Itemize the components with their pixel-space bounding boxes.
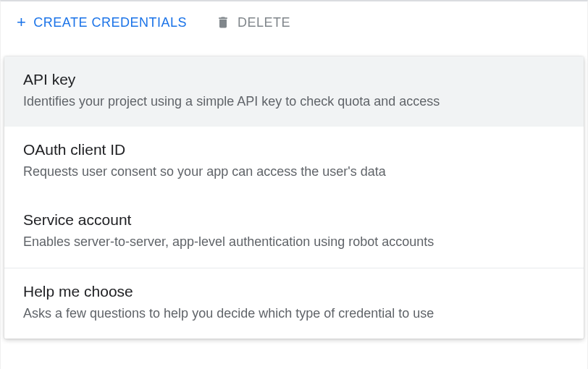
dropdown-item-description: Asks a few questions to help you decide … bbox=[23, 305, 565, 323]
trash-icon bbox=[216, 14, 230, 30]
dropdown-item-api-key[interactable]: API key Identifies your project using a … bbox=[4, 56, 584, 127]
dropdown-item-title: OAuth client ID bbox=[23, 141, 565, 158]
dropdown-item-title: Help me choose bbox=[23, 283, 565, 300]
dropdown-item-description: Requests user consent so your app can ac… bbox=[23, 163, 565, 181]
create-credentials-button[interactable]: + CREATE CREDENTIALS bbox=[17, 14, 187, 30]
create-credentials-dropdown: API key Identifies your project using a … bbox=[4, 56, 584, 339]
dropdown-item-title: API key bbox=[23, 71, 565, 88]
dropdown-item-oauth-client-id[interactable]: OAuth client ID Requests user consent so… bbox=[4, 127, 584, 197]
dropdown-item-description: Enables server-to-server, app-level auth… bbox=[23, 233, 565, 251]
dropdown-item-service-account[interactable]: Service account Enables server-to-server… bbox=[4, 197, 584, 267]
dropdown-item-title: Service account bbox=[23, 211, 565, 229]
create-credentials-label: CREATE CREDENTIALS bbox=[33, 15, 187, 30]
toolbar: + CREATE CREDENTIALS DELETE bbox=[1, 1, 587, 43]
dropdown-item-description: Identifies your project using a simple A… bbox=[23, 93, 565, 111]
delete-label: DELETE bbox=[238, 15, 290, 30]
dropdown-item-help-me-choose[interactable]: Help me choose Asks a few questions to h… bbox=[4, 268, 584, 339]
delete-button[interactable]: DELETE bbox=[216, 14, 290, 30]
plus-icon: + bbox=[17, 14, 26, 30]
